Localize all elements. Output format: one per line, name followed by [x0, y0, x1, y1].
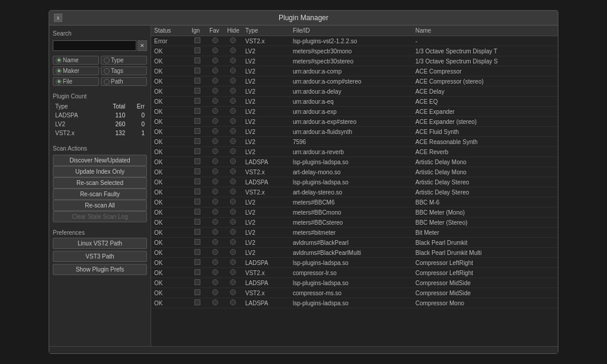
preference-button[interactable]: VST3 Path — [53, 251, 147, 262]
cell-fav[interactable] — [206, 137, 224, 147]
table-row[interactable]: OK VST2.x art-delay-mono.so Artistic Del… — [151, 167, 558, 177]
scan-action-button[interactable]: Re-scan All — [53, 200, 147, 211]
cell-fav[interactable] — [206, 268, 224, 278]
search-option-type[interactable]: Type — [101, 56, 147, 65]
cell-hide[interactable] — [224, 157, 242, 167]
cell-hide[interactable] — [224, 187, 242, 197]
preference-button[interactable]: Show Plugin Prefs — [53, 264, 147, 275]
cell-fav[interactable] — [206, 76, 224, 87]
cell-ign[interactable] — [189, 107, 206, 117]
table-row[interactable]: OK LV2 urn:ardour:a-comp ACE Compressor — [151, 66, 558, 76]
close-button[interactable]: x — [54, 14, 62, 22]
cell-hide[interactable] — [224, 107, 242, 117]
scan-action-button[interactable]: Re-scan Faulty — [53, 189, 147, 200]
cell-fav[interactable] — [206, 46, 224, 56]
table-row[interactable]: OK LV2 meters#BBCM6 BBC M-6 — [151, 197, 558, 207]
table-row[interactable]: OK LV2 avldrums#BlackPearlMulti Black Pe… — [151, 248, 558, 258]
table-row[interactable]: OK LADSPA lsp-plugins-ladspa.so Artistic… — [151, 177, 558, 187]
search-option-maker[interactable]: Maker — [53, 66, 99, 75]
cell-fav[interactable] — [206, 117, 224, 127]
cell-fav[interactable] — [206, 36, 224, 46]
clear-search-button[interactable]: ✕ — [138, 40, 147, 51]
table-row[interactable]: OK LADSPA lsp-plugins-ladspa.so Compress… — [151, 258, 558, 268]
cell-hide[interactable] — [224, 177, 242, 187]
cell-hide[interactable] — [224, 288, 242, 298]
cell-fav[interactable] — [206, 107, 224, 117]
cell-hide[interactable] — [224, 167, 242, 177]
cell-fav[interactable] — [206, 127, 224, 137]
cell-ign[interactable] — [189, 127, 206, 137]
table-row[interactable]: OK VST2.x compressor-ms.so Compressor Mi… — [151, 288, 558, 298]
cell-fav[interactable] — [206, 207, 224, 218]
cell-ign[interactable] — [189, 167, 206, 177]
scan-action-button[interactable]: Discover New/Updated — [53, 155, 147, 166]
table-row[interactable]: OK LV2 avldrums#BlackPearl Black Pearl D… — [151, 238, 558, 248]
cell-fav[interactable] — [206, 248, 224, 258]
cell-ign[interactable] — [189, 238, 206, 248]
table-row[interactable]: OK LV2 7596 ACE Reasonable Synth — [151, 137, 558, 147]
cell-ign[interactable] — [189, 97, 206, 107]
cell-ign[interactable] — [189, 157, 206, 167]
cell-ign[interactable] — [189, 268, 206, 278]
cell-fav[interactable] — [206, 258, 224, 268]
cell-fav[interactable] — [206, 218, 224, 228]
cell-ign[interactable] — [189, 258, 206, 268]
cell-hide[interactable] — [224, 147, 242, 157]
cell-fav[interactable] — [206, 238, 224, 248]
table-row[interactable]: OK LV2 urn:ardour:a-delay ACE Delay — [151, 87, 558, 97]
table-row[interactable]: OK LV2 urn:ardour:a-exp#stereo ACE Expan… — [151, 117, 558, 127]
cell-hide[interactable] — [224, 197, 242, 207]
cell-ign[interactable] — [189, 197, 206, 207]
cell-fav[interactable] — [206, 147, 224, 157]
table-row[interactable]: OK LV2 meters#BBCstereo BBC Meter (Stere… — [151, 218, 558, 228]
table-row[interactable]: OK LADSPA lsp-plugins-ladspa.so Compress… — [151, 278, 558, 288]
cell-ign[interactable] — [189, 177, 206, 187]
cell-ign[interactable] — [189, 207, 206, 218]
cell-hide[interactable] — [224, 218, 242, 228]
cell-hide[interactable] — [224, 97, 242, 107]
cell-fav[interactable] — [206, 298, 224, 308]
cell-hide[interactable] — [224, 268, 242, 278]
cell-hide[interactable] — [224, 298, 242, 308]
cell-hide[interactable] — [224, 258, 242, 268]
cell-fav[interactable] — [206, 288, 224, 298]
cell-fav[interactable] — [206, 167, 224, 177]
scan-action-button[interactable]: Update Index Only — [53, 166, 147, 177]
cell-hide[interactable] — [224, 248, 242, 258]
cell-hide[interactable] — [224, 207, 242, 218]
table-row[interactable]: OK LV2 meters#spectr30stereo 1/3 Octave … — [151, 56, 558, 66]
search-option-file[interactable]: File — [53, 77, 99, 86]
cell-ign[interactable] — [189, 76, 206, 87]
cell-ign[interactable] — [189, 117, 206, 127]
table-row[interactable]: OK LV2 urn:ardour:a-reverb ACE Reverb — [151, 147, 558, 157]
table-row[interactable]: OK LV2 meters#bitmeter Bit Meter — [151, 228, 558, 238]
cell-ign[interactable] — [189, 278, 206, 288]
search-input[interactable] — [53, 40, 136, 51]
cell-hide[interactable] — [224, 127, 242, 137]
cell-hide[interactable] — [224, 66, 242, 76]
cell-hide[interactable] — [224, 76, 242, 87]
table-row[interactable]: OK LV2 meters#spectr30mono 1/3 Octave Sp… — [151, 46, 558, 56]
cell-hide[interactable] — [224, 56, 242, 66]
cell-ign[interactable] — [189, 66, 206, 76]
cell-ign[interactable] — [189, 147, 206, 157]
cell-fav[interactable] — [206, 97, 224, 107]
cell-fav[interactable] — [206, 66, 224, 76]
cell-hide[interactable] — [224, 278, 242, 288]
table-row[interactable]: OK LV2 meters#BBCmono BBC Meter (Mono) — [151, 207, 558, 218]
cell-hide[interactable] — [224, 137, 242, 147]
cell-ign[interactable] — [189, 187, 206, 197]
scan-action-button[interactable]: Re-scan Selected — [53, 177, 147, 189]
cell-ign[interactable] — [189, 288, 206, 298]
cell-fav[interactable] — [206, 197, 224, 207]
table-row[interactable]: OK LV2 urn:ardour:a-exp ACE Expander — [151, 107, 558, 117]
table-row[interactable]: Error VST2.x lsp-plugins-vst2-1.2.2.so - — [151, 36, 558, 46]
cell-fav[interactable] — [206, 56, 224, 66]
cell-hide[interactable] — [224, 117, 242, 127]
cell-ign[interactable] — [189, 137, 206, 147]
search-option-path[interactable]: Path — [101, 77, 147, 86]
cell-ign[interactable] — [189, 228, 206, 238]
table-row[interactable]: OK LV2 urn:ardour:a-fluidsynth ACE Fluid… — [151, 127, 558, 137]
cell-fav[interactable] — [206, 157, 224, 167]
table-row[interactable]: OK LADSPA lsp-plugins-ladspa.so Compress… — [151, 298, 558, 308]
